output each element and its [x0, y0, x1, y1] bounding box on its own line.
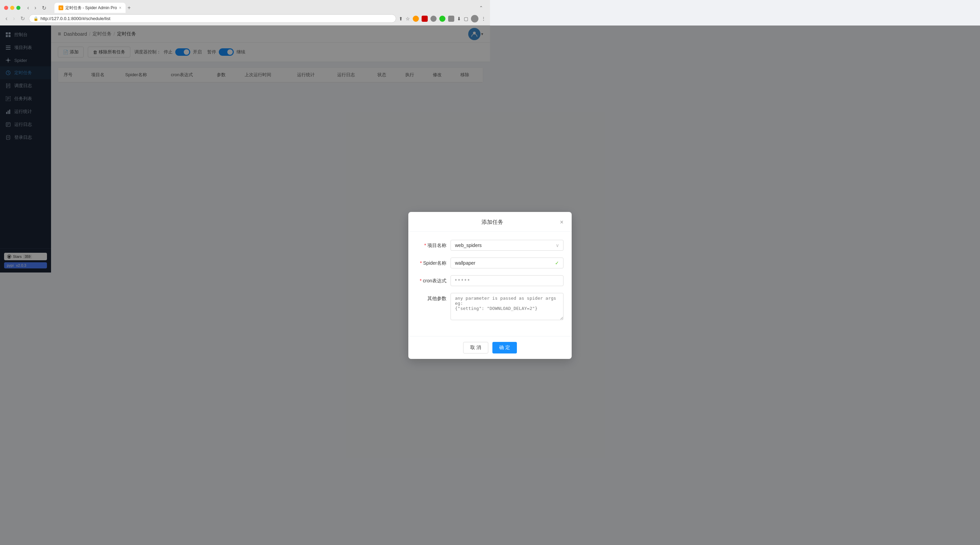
extension2-icon	[422, 16, 428, 22]
traffic-lights	[4, 6, 21, 10]
tab-bar: S 定时任务 - Spider Admin Pro × +	[50, 3, 135, 13]
extension1-icon	[413, 16, 419, 22]
traffic-light-red[interactable]	[4, 6, 8, 10]
browser-titlebar: ‹ › ↻ S 定时任务 - Spider Admin Pro × + ⌃	[0, 0, 490, 14]
extension3-icon	[430, 16, 437, 22]
tab-close-button[interactable]: ×	[119, 5, 121, 10]
browser-nav: ‹ › ↻	[26, 4, 48, 12]
address-url: http://127.0.0.1:8000/#/schedule/list	[40, 16, 110, 21]
address-bar[interactable]: 🔒 http://127.0.0.1:8000/#/schedule/list	[29, 14, 396, 23]
add-task-modal: 添加任务 × 项目名称 web_spiders ∨ Spider名称	[408, 212, 490, 273]
extension4-icon	[439, 16, 445, 22]
modal-overlay[interactable]: 添加任务 × 项目名称 web_spiders ∨ Spider名称	[0, 25, 490, 272]
project-control: web_spiders ∨	[450, 240, 490, 251]
share-button[interactable]: ⬆	[399, 16, 403, 21]
extension5-icon	[448, 16, 454, 22]
modal-header: 添加任务 ×	[408, 212, 490, 232]
menu-button[interactable]: ⋮	[481, 16, 486, 21]
forward-button[interactable]: ›	[33, 4, 37, 11]
spider-value: wallpaper	[455, 260, 476, 266]
traffic-light-green[interactable]	[16, 6, 21, 10]
spider-select-wrapper: wallpaper ✓	[450, 257, 490, 269]
form-row-spider: Spider名称 wallpaper ✓	[417, 257, 490, 269]
user-profile-icon[interactable]	[471, 15, 479, 22]
project-value: web_spiders	[455, 243, 482, 248]
browser-chrome: ‹ › ↻ S 定时任务 - Spider Admin Pro × + ⌃ ‹ …	[0, 0, 490, 25]
traffic-light-yellow[interactable]	[10, 6, 14, 10]
back-button[interactable]: ‹	[26, 4, 30, 11]
spider-select[interactable]: wallpaper ✓	[450, 257, 490, 269]
lock-icon: 🔒	[33, 16, 38, 21]
tab-favicon: S	[59, 5, 63, 10]
modal-title: 添加任务	[425, 219, 490, 226]
address-forward[interactable]: ›	[11, 14, 16, 23]
expand-button[interactable]: ⌃	[479, 5, 483, 11]
address-refresh[interactable]: ↻	[19, 14, 26, 22]
project-label: 项目名称	[417, 240, 450, 249]
sidebar-button[interactable]: ▢	[464, 16, 468, 21]
new-tab-button[interactable]: +	[127, 5, 130, 11]
refresh-button[interactable]: ↻	[40, 4, 48, 12]
download-button[interactable]: ⬇	[457, 16, 461, 21]
address-bar-row: ‹ › ↻ 🔒 http://127.0.0.1:8000/#/schedule…	[0, 14, 490, 25]
modal-body: 项目名称 web_spiders ∨ Spider名称 wallpaper ✓	[408, 232, 490, 273]
tab-title: 定时任务 - Spider Admin Pro	[65, 5, 117, 11]
address-back[interactable]: ‹	[4, 14, 9, 23]
form-row-project: 项目名称 web_spiders ∨	[417, 240, 490, 251]
spider-label: Spider名称	[417, 257, 450, 266]
project-select[interactable]: web_spiders ∨	[450, 240, 490, 251]
browser-actions: ⬆ ☆ ⬇ ▢ ⋮	[399, 15, 486, 22]
browser-tab[interactable]: S 定时任务 - Spider Admin Pro ×	[54, 3, 126, 13]
spider-control: wallpaper ✓	[450, 257, 490, 269]
bookmark-button[interactable]: ☆	[406, 16, 410, 21]
